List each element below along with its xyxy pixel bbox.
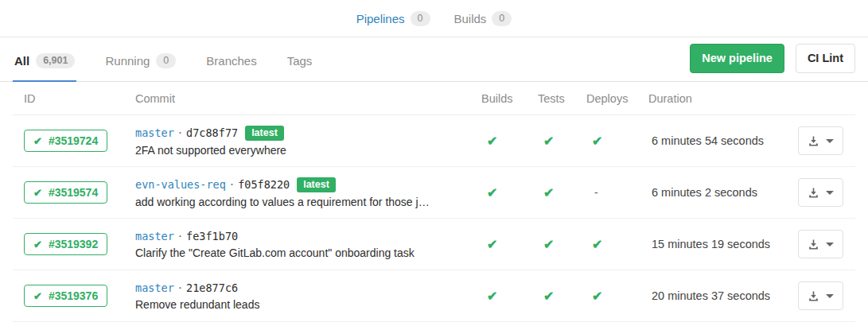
pipelines-toolbar: All 6,901 Running 0 Branches Tags New pi…	[0, 37, 868, 82]
pipeline-row: ✔ #3519376 master · 21e877c6 latest Remo…	[13, 270, 855, 322]
pipeline-duration: 6 minutes 2 seconds	[648, 186, 798, 199]
caret-down-icon	[826, 294, 834, 298]
toolbar-actions: New pipeline CI Lint	[690, 44, 855, 81]
filter-tab-tags[interactable]: Tags	[286, 41, 314, 82]
tab-pipelines-label: Pipelines	[356, 12, 405, 25]
download-icon	[808, 135, 819, 147]
pipeline-status-id-badge[interactable]: ✔ #3519392	[24, 233, 107, 255]
tab-builds[interactable]: Builds 0	[454, 11, 512, 26]
latest-badge: latest	[245, 126, 284, 141]
filter-tab-running[interactable]: Running 0	[103, 41, 177, 82]
commit-message[interactable]: Remove redundant leads	[135, 298, 469, 311]
builds-status-icon[interactable]: ✔	[481, 237, 538, 252]
branch-link[interactable]: master	[135, 126, 174, 139]
tests-status-icon[interactable]: ✔	[538, 185, 586, 200]
pipeline-row: ✔ #3519392 master · fe3f1b70 latest Clar…	[13, 219, 855, 270]
pipelines-count-badge: 0	[411, 11, 430, 26]
branch-link[interactable]: master	[135, 281, 174, 294]
builds-status-icon[interactable]: ✔	[481, 134, 538, 149]
commit-sha-link[interactable]: 21e877c6	[186, 281, 238, 294]
pipeline-row: ✔ #3519724 master · d7c88f77 latest 2FA …	[13, 115, 855, 167]
header-deploys: Deploys	[586, 92, 648, 105]
tests-status-icon[interactable]: ✔	[538, 134, 586, 149]
filter-tab-all[interactable]: All 6,901	[13, 41, 76, 82]
table-header-row: ID Commit Builds Tests Deploys Duration	[13, 82, 855, 115]
filter-tab-branches[interactable]: Branches	[204, 41, 258, 82]
tab-pipelines[interactable]: Pipelines 0	[356, 11, 430, 26]
pipeline-status-id-badge[interactable]: ✔ #3519724	[24, 130, 107, 152]
caret-down-icon	[826, 191, 834, 195]
pipeline-duration: 6 minutes 54 seconds	[648, 134, 798, 147]
download-icon	[808, 239, 819, 250]
commit-separator: ·	[230, 177, 234, 192]
pipeline-id: #3519376	[49, 289, 98, 302]
tests-status-icon[interactable]: ✔	[538, 289, 586, 304]
commit-message[interactable]: Clarify the "Create GitLab.com account" …	[135, 246, 469, 259]
running-count-badge: 0	[156, 53, 176, 68]
commit-separator: ·	[178, 281, 182, 295]
commit-sha-link[interactable]: f05f8220	[238, 178, 290, 191]
pipeline-duration: 15 minutes 19 seconds	[648, 238, 798, 250]
new-pipeline-button[interactable]: New pipeline	[690, 44, 784, 73]
download-artifacts-dropdown[interactable]	[798, 230, 843, 258]
download-icon	[808, 290, 819, 302]
commit-separator: ·	[178, 126, 182, 140]
pipelines-table: ID Commit Builds Tests Deploys Duration …	[13, 82, 855, 322]
commit-sha-link[interactable]: d7c88f77	[186, 126, 238, 139]
builds-status-icon[interactable]: ✔	[481, 289, 538, 304]
pipeline-id: #3519392	[49, 238, 98, 250]
status-passed-icon: ✔	[33, 135, 42, 147]
tab-builds-label: Builds	[454, 12, 487, 25]
pipeline-status-id-badge[interactable]: ✔ #3519376	[24, 285, 107, 307]
top-nav: Pipelines 0 Builds 0	[0, 0, 868, 37]
pipeline-id: #3519724	[49, 134, 98, 147]
branch-link[interactable]: evn-values-req	[135, 178, 226, 191]
header-builds: Builds	[481, 92, 538, 105]
scope-tabs: Pipelines 0 Builds 0	[356, 11, 512, 26]
deploys-status-icon[interactable]: ✔	[586, 289, 648, 304]
pipeline-status-id-badge[interactable]: ✔ #3519574	[24, 181, 107, 204]
pipeline-id: #3519574	[49, 186, 98, 199]
deploys-status-icon[interactable]: ✔	[586, 134, 648, 149]
header-duration: Duration	[648, 92, 798, 105]
pipelines-page: Pipelines 0 Builds 0 All 6,901 Running 0…	[0, 0, 868, 326]
status-passed-icon: ✔	[33, 187, 42, 199]
branch-link[interactable]: master	[135, 230, 174, 243]
caret-down-icon	[826, 139, 834, 143]
download-artifacts-dropdown[interactable]	[798, 178, 843, 207]
commit-separator: ·	[178, 229, 182, 243]
commit-sha-link[interactable]: fe3f1b70	[186, 230, 238, 243]
download-icon	[808, 187, 819, 199]
caret-down-icon	[826, 243, 834, 246]
commit-message[interactable]: add working according to values a requir…	[135, 196, 469, 208]
builds-count-badge: 0	[492, 11, 512, 26]
latest-badge: latest	[297, 177, 336, 192]
download-artifacts-dropdown[interactable]	[798, 126, 843, 155]
all-count-badge: 6,901	[36, 53, 75, 68]
tests-status-icon[interactable]: ✔	[538, 237, 586, 252]
deploys-status-icon: -	[586, 186, 648, 199]
filter-tabs: All 6,901 Running 0 Branches Tags	[13, 41, 313, 81]
download-artifacts-dropdown[interactable]	[798, 281, 843, 310]
filter-tab-tags-label: Tags	[287, 54, 313, 68]
ci-lint-button[interactable]: CI Lint	[796, 44, 855, 73]
header-commit: Commit	[135, 92, 481, 105]
filter-tab-branches-label: Branches	[206, 54, 256, 68]
header-id: ID	[13, 92, 135, 105]
filter-tab-all-label: All	[14, 54, 29, 68]
deploys-status-icon[interactable]: ✔	[586, 237, 648, 252]
commit-message[interactable]: 2FA not supported everywhere	[135, 144, 469, 157]
filter-tab-running-label: Running	[105, 54, 150, 68]
status-passed-icon: ✔	[33, 290, 42, 302]
builds-status-icon[interactable]: ✔	[481, 185, 538, 200]
status-passed-icon: ✔	[33, 239, 42, 250]
pipeline-duration: 20 minutes 37 seconds	[648, 289, 798, 302]
pipeline-row: ✔ #3519574 evn-values-req · f05f8220 lat…	[13, 167, 855, 219]
header-tests: Tests	[538, 92, 586, 105]
